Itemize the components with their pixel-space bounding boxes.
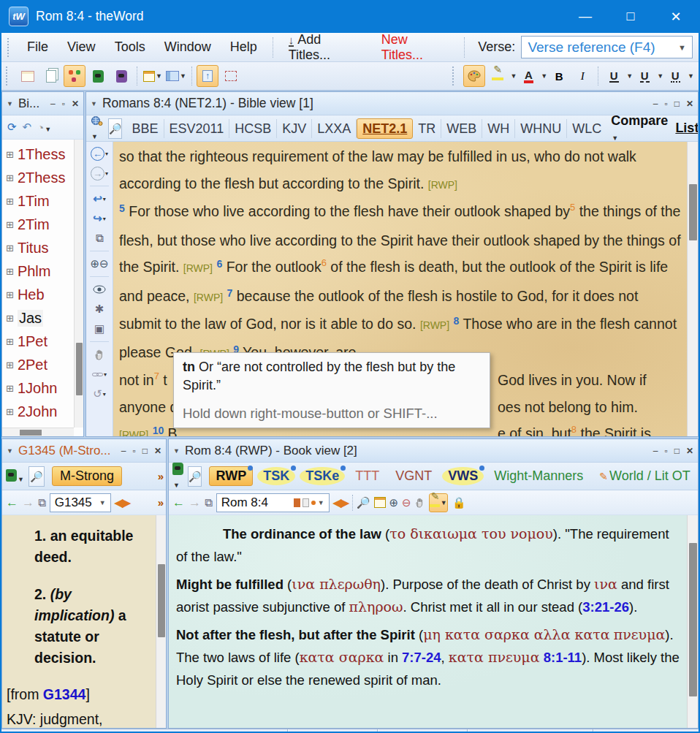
- tree-book-item[interactable]: ⊞ Heb: [6, 283, 83, 306]
- close-button[interactable]: ✕: [653, 0, 699, 33]
- daily-reading-button[interactable]: ▼: [142, 65, 164, 87]
- expand-icon[interactable]: ⊞: [6, 360, 14, 371]
- expand-icon[interactable]: ⊞: [6, 313, 14, 324]
- dictionary-vertical-scrollbar[interactable]: [156, 515, 166, 728]
- open-book-icon[interactable]: ⧉: [205, 496, 213, 509]
- book-tab[interactable]: TSKe: [300, 467, 345, 485]
- pan-button[interactable]: [94, 346, 104, 363]
- panel-maximize-button[interactable]: □: [674, 99, 680, 108]
- undo-button[interactable]: ↶: [23, 121, 32, 134]
- search-bibles-button[interactable]: [87, 65, 109, 87]
- menu-item[interactable]: Tools: [105, 39, 155, 55]
- history-button[interactable]: ◔▼: [37, 121, 51, 134]
- scrollbar-thumb[interactable]: [158, 564, 165, 637]
- zoom-in-button[interactable]: ⊕: [389, 496, 399, 509]
- parallel-view-button[interactable]: ⧉: [96, 229, 104, 247]
- status-dictionary[interactable]: Dct: righteous: [287, 729, 377, 733]
- translation-tab[interactable]: WHNU: [515, 119, 567, 138]
- book-tab[interactable]: Wight-Manners: [488, 467, 589, 485]
- highlight-button[interactable]: ▼: [429, 493, 448, 512]
- scrollbar-thumb[interactable]: [689, 184, 697, 240]
- expand-icon[interactable]: ⊞: [6, 243, 14, 254]
- dictionary-set-menu-button[interactable]: ▼: [6, 469, 24, 484]
- layout-select-button[interactable]: ▼: [165, 65, 187, 87]
- prev-next-topic-buttons[interactable]: ◀▶: [115, 496, 130, 509]
- tree-book-item[interactable]: ⊞ 2Pet: [6, 353, 83, 376]
- tree-book-item[interactable]: ⊞ 1John: [6, 376, 83, 400]
- panel-restore-button[interactable]: ▫: [62, 99, 65, 108]
- search-button[interactable]: 🔎: [188, 466, 202, 487]
- tree-horizontal-scrollbar[interactable]: [2, 428, 74, 436]
- expand-icon[interactable]: ⊞: [6, 289, 14, 300]
- translation-tab[interactable]: WLC: [567, 119, 606, 138]
- expand-icon[interactable]: ⊞: [6, 172, 14, 183]
- expand-icon[interactable]: ⊞: [6, 383, 14, 394]
- dictionary-tab[interactable]: M-Strong: [52, 466, 122, 486]
- reference-combo[interactable]: Rom 8:4 ▼: [216, 493, 330, 512]
- tree-book-item[interactable]: ⊞ 1Thess: [6, 143, 83, 166]
- search-books-button[interactable]: [110, 65, 132, 87]
- search-button[interactable]: 🔎: [28, 466, 45, 487]
- color-palette-button[interactable]: [463, 65, 485, 87]
- preview-button[interactable]: 🔎: [357, 496, 370, 509]
- panel-close-button[interactable]: ✕: [686, 447, 693, 455]
- translation-tab[interactable]: WH: [482, 119, 515, 138]
- scrollbar-thumb[interactable]: [76, 343, 83, 395]
- clipboard-button[interactable]: ▣: [94, 320, 104, 338]
- tree-vertical-scrollbar[interactable]: [74, 140, 83, 428]
- zoom-out-button[interactable]: ⊖: [402, 496, 411, 509]
- panel-maximize-button[interactable]: □: [142, 447, 148, 455]
- panel-minimize-button[interactable]: –: [50, 99, 56, 108]
- popup-top-button[interactable]: ↑: [197, 65, 218, 87]
- panel-maximize-button[interactable]: □: [674, 447, 680, 455]
- add-titles-button[interactable]: ↓Add Titles...: [279, 32, 374, 63]
- translation-tab[interactable]: NET2.1: [357, 118, 413, 139]
- status-active-window[interactable]: Active: Bible view [1]: [467, 729, 593, 733]
- back-history-button[interactable]: ←▾: [91, 145, 108, 162]
- translation-tab[interactable]: BBE: [126, 119, 164, 138]
- scrollbar-thumb[interactable]: [689, 543, 697, 696]
- panel-close-button[interactable]: ✕: [154, 447, 161, 455]
- dictionary-header[interactable]: ▼ G1345 (M-Stro... – ▫ □ ✕: [2, 439, 166, 463]
- panel-restore-button[interactable]: ▫: [664, 99, 667, 108]
- zoom-buttons[interactable]: ⊕⊖: [90, 255, 108, 273]
- search-button[interactable]: 🔎: [108, 118, 122, 139]
- book-tab[interactable]: VGNT: [389, 467, 438, 485]
- lock-button[interactable]: 🔒: [452, 496, 466, 509]
- translation-tab[interactable]: WEB: [441, 119, 482, 138]
- italic-button[interactable]: I: [571, 65, 593, 87]
- tree-book-item[interactable]: ⊞ 1Tim: [6, 189, 83, 213]
- expand-icon[interactable]: ⊞: [6, 336, 14, 347]
- panel-restore-button[interactable]: ▫: [132, 447, 135, 455]
- toolbar-overflow-chevron[interactable]: »: [158, 496, 162, 509]
- bible-vertical-scrollbar[interactable]: [687, 142, 698, 436]
- expand-icon[interactable]: ⊞: [6, 149, 14, 160]
- forward-button[interactable]: →: [189, 495, 201, 510]
- status-reference[interactable]: Rom 8:4-NET2.1: [593, 729, 699, 733]
- panel-minimize-button[interactable]: –: [121, 447, 126, 455]
- panel-close-button[interactable]: ✕: [72, 99, 79, 108]
- verse-list-button[interactable]: [17, 65, 39, 87]
- highlighter-button[interactable]: [487, 65, 509, 87]
- tree-book-item[interactable]: ⊞ Phlm: [6, 259, 83, 283]
- book-tab[interactable]: TSK: [257, 467, 295, 485]
- menu-item[interactable]: Window: [155, 39, 221, 55]
- status-commentary[interactable]: Cmt: Rom 8:4: [377, 729, 467, 733]
- menu-item[interactable]: View: [58, 39, 105, 55]
- bold-button[interactable]: B: [548, 65, 570, 87]
- book-tab[interactable]: RWP: [209, 466, 253, 486]
- scrollbar-thumb[interactable]: [20, 430, 42, 436]
- expand-icon[interactable]: ⊞: [6, 406, 14, 417]
- translation-tab[interactable]: TR: [413, 119, 441, 138]
- previous-chapter-button[interactable]: ↩▾: [93, 190, 106, 208]
- forward-history-button[interactable]: →▾: [91, 164, 108, 182]
- back-button[interactable]: ←: [6, 495, 18, 510]
- underline-solid-button[interactable]: U: [603, 65, 625, 87]
- hand-icon[interactable]: [415, 498, 425, 508]
- book-tab[interactable]: VWS: [442, 467, 484, 485]
- panel-minimize-button[interactable]: –: [653, 99, 658, 108]
- prev-next-topic-buttons[interactable]: ◀▶: [333, 496, 349, 509]
- panel-close-button[interactable]: ✕: [686, 99, 693, 108]
- book-vertical-scrollbar[interactable]: [687, 515, 698, 728]
- next-chapter-button[interactable]: ↪▾: [93, 210, 106, 227]
